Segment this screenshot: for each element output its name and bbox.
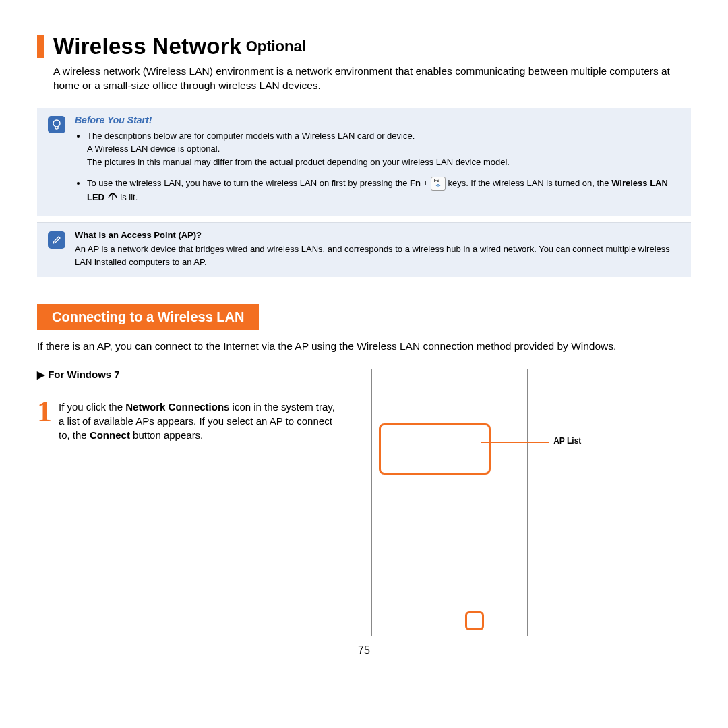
callout-line	[481, 442, 549, 443]
before-bullet-1: The descriptions below are for computer …	[87, 129, 680, 169]
tray-icon-highlight	[465, 611, 484, 630]
ap-heading: What is an Access Point (AP)?	[75, 230, 680, 240]
intro-text: A wireless network (Wireless LAN) enviro…	[53, 65, 691, 93]
for-windows-label: ▶ For Windows 7	[37, 369, 338, 381]
step-text: If you click the Network Connections ico…	[59, 400, 338, 442]
pencil-icon	[48, 231, 65, 249]
section-heading: Connecting to a Wireless LAN	[37, 304, 259, 330]
network-popup-illustration	[371, 369, 528, 636]
f9-key-icon: F9	[431, 177, 446, 191]
step-number: 1	[37, 398, 52, 442]
before-you-start-box: Before You Start! The descriptions below…	[37, 108, 691, 216]
title-accent-bar	[37, 35, 44, 58]
ap-list-label: AP List	[553, 436, 581, 446]
svg-point-0	[53, 120, 60, 127]
step-1: 1 If you click the Network Connections i…	[37, 398, 338, 442]
ap-body: An AP is a network device that bridges w…	[75, 243, 680, 269]
ap-list-highlight	[379, 423, 491, 475]
page-title: Wireless Network	[53, 34, 242, 59]
page-subtitle: Optional	[246, 38, 306, 55]
lightbulb-icon	[48, 116, 65, 133]
access-point-box: What is an Access Point (AP)? An AP is a…	[37, 222, 691, 277]
antenna-icon	[107, 191, 118, 205]
before-bullet-2: To use the wireless LAN, you have to tur…	[87, 177, 680, 204]
page-number: 75	[37, 644, 691, 657]
section-body: If there is an AP, you can connect to th…	[37, 340, 691, 354]
before-heading: Before You Start!	[75, 115, 680, 125]
page-title-row: Wireless Network Optional	[37, 34, 691, 59]
